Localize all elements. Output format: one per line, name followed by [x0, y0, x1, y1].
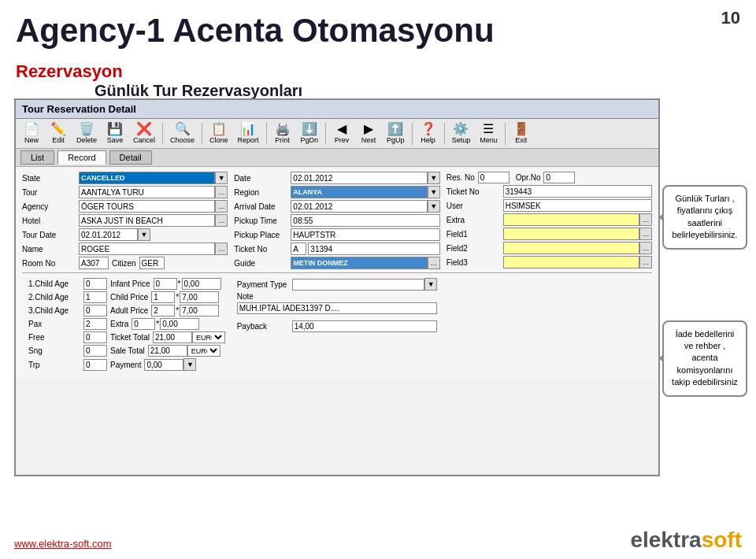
arrival-date-input[interactable]	[291, 200, 427, 213]
toolbar-btn-print[interactable]: 🖨️Print	[270, 121, 295, 146]
tour-btn[interactable]: …	[215, 186, 228, 198]
guide-btn[interactable]: …	[428, 257, 440, 269]
extra-input[interactable]	[503, 213, 639, 226]
arrival-date-label: Arrival Date	[234, 202, 291, 211]
agency-input[interactable]	[79, 200, 215, 213]
footer-url[interactable]: www.elektra-soft.com	[14, 538, 112, 550]
child-age-2-input[interactable]	[83, 291, 107, 303]
ticket-total-input[interactable]	[153, 331, 192, 343]
toolbar-btn-report[interactable]: 📊Report	[234, 121, 263, 146]
region-input[interactable]	[291, 186, 427, 198]
toolbar-btn-pgdn[interactable]: ⬇️PgDn	[297, 121, 323, 146]
payment-btn[interactable]: ▼	[183, 358, 196, 371]
main-title: Agency-1 Acenta Otomasyonu	[16, 12, 495, 50]
toolbar-btn-edit[interactable]: ✏️Edit	[46, 121, 71, 146]
trp-input[interactable]	[83, 359, 107, 371]
free-input[interactable]	[83, 331, 107, 343]
state-input[interactable]	[79, 172, 215, 184]
date-input[interactable]	[291, 172, 427, 184]
child-age-1-input[interactable]	[83, 278, 107, 290]
payment-input[interactable]	[144, 359, 183, 371]
field2-input[interactable]	[503, 242, 639, 254]
tour-input[interactable]	[79, 186, 215, 198]
tab-list[interactable]: List	[20, 150, 54, 165]
adult-price-input[interactable]	[180, 305, 219, 317]
payment-type-btn[interactable]: ▼	[424, 278, 437, 291]
arrival-date-btn[interactable]: ▼	[428, 200, 440, 213]
field1-row: Field1 …	[447, 228, 652, 240]
child-price-label: Child Price	[110, 293, 148, 302]
r-ticket-input[interactable]	[503, 185, 652, 198]
field3-btn[interactable]: …	[639, 256, 652, 268]
toolbar-btn-delete[interactable]: 🗑️Delete	[72, 121, 101, 146]
note-input[interactable]	[237, 302, 438, 314]
toolbar-btn-choose[interactable]: 🔍Choose	[166, 121, 198, 146]
pickup-place-input[interactable]	[291, 228, 439, 241]
child-star: *	[176, 293, 179, 302]
date-btn[interactable]: ▼	[428, 172, 440, 184]
child-mult-input[interactable]	[151, 291, 175, 303]
hotel-btn[interactable]: …	[215, 214, 228, 227]
field2-btn[interactable]: …	[639, 242, 652, 254]
field1-btn[interactable]: …	[639, 228, 652, 240]
tab-detail[interactable]: Detail	[109, 150, 152, 165]
toolbar-btn-setup[interactable]: ⚙️Setup	[448, 121, 475, 146]
toolbar-btn-next[interactable]: ▶Next	[356, 121, 381, 146]
toolbar-btn-new[interactable]: 📄New	[19, 121, 44, 146]
adult-mult-input[interactable]	[151, 305, 175, 317]
toolbar-icon-help: ❓	[421, 123, 436, 135]
name-input[interactable]	[79, 242, 215, 255]
extra-mult-input[interactable]	[132, 318, 155, 330]
user-input[interactable]	[503, 199, 652, 212]
citizen-input[interactable]	[139, 257, 165, 269]
pickup-place-row: Pickup Place	[234, 228, 439, 241]
note-label: Note	[237, 292, 292, 301]
tour-date-btn[interactable]: ▼	[138, 228, 150, 241]
sng-input[interactable]	[83, 345, 107, 357]
toolbar-icon-new: 📄	[24, 123, 39, 135]
sale-total-input[interactable]	[148, 345, 187, 357]
ticket-curr-select[interactable]: EUROUSD	[192, 331, 225, 343]
region-btn[interactable]: ▼	[428, 186, 440, 198]
tab-record[interactable]: Record	[57, 150, 106, 165]
agency-btn[interactable]: …	[215, 200, 228, 213]
child-price-input[interactable]	[180, 291, 219, 303]
toolbar-btn-save[interactable]: 💾Save	[102, 121, 128, 146]
toolbar-btn-menu[interactable]: ☰Menu	[476, 121, 502, 146]
field1-input[interactable]	[503, 228, 639, 240]
guide-input[interactable]	[291, 257, 427, 269]
infant-price-input[interactable]	[182, 278, 221, 290]
toolbar-icon-delete: 🗑️	[79, 123, 94, 135]
child-age-3-input[interactable]	[83, 305, 107, 317]
opr-no-input[interactable]	[543, 172, 575, 183]
toolbar-btn-exit[interactable]: 🚪Exit	[509, 121, 534, 146]
logo-elektra: elektra	[630, 528, 701, 553]
opr-no-label: Opr.No	[516, 173, 541, 182]
state-row: State ▼	[22, 172, 228, 184]
sale-curr-select[interactable]: EUROUSD	[187, 345, 220, 357]
hotel-input[interactable]	[79, 214, 215, 227]
payback-input[interactable]	[292, 320, 438, 332]
ticket-num-input[interactable]	[308, 242, 439, 255]
state-btn[interactable]: ▼	[215, 172, 228, 184]
toolbar-btn-clone[interactable]: 📋Clone	[206, 121, 232, 146]
extra-price-input[interactable]	[160, 318, 199, 330]
tour-date-input[interactable]	[79, 228, 138, 241]
pickup-time-input[interactable]	[291, 214, 439, 227]
toolbar-btn-prev[interactable]: ◀Prev	[329, 121, 354, 146]
field3-input[interactable]	[503, 256, 639, 268]
free-label: Free	[28, 333, 83, 342]
name-btn[interactable]: …	[215, 242, 228, 255]
extra-btn[interactable]: …	[639, 213, 652, 226]
infant-mult-input[interactable]	[154, 278, 177, 290]
region-label: Region	[234, 188, 291, 197]
payment-type-input[interactable]	[292, 279, 425, 291]
toolbar-btn-help[interactable]: ❓Help	[416, 121, 441, 146]
room-input[interactable]	[79, 257, 109, 269]
res-no-input[interactable]	[478, 172, 510, 183]
ticket-a-input[interactable]	[291, 242, 306, 255]
toolbar-btn-cancel[interactable]: ❌Cancel	[129, 121, 159, 146]
sale-total-label: Sale Total	[110, 346, 145, 355]
toolbar-btn-pgup[interactable]: ⬆️PgUp	[383, 121, 409, 146]
pax-input[interactable]	[83, 318, 107, 330]
